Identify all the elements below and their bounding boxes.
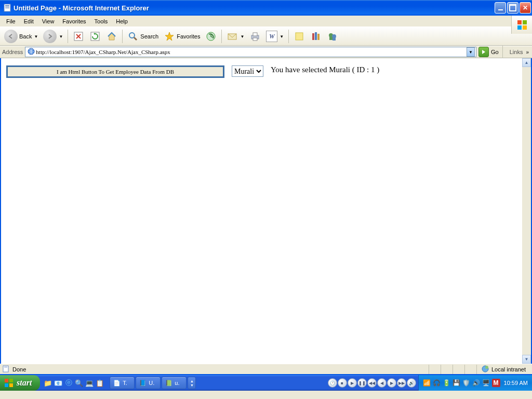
app-icon: 📘 — [139, 380, 147, 387]
svg-rect-5 — [523, 20, 527, 24]
note-icon — [294, 31, 305, 42]
back-button[interactable]: Back ▼ — [2, 29, 40, 44]
browser-viewport: I am Html Button To Get Employee Data Fr… — [0, 58, 532, 364]
quick-launch-item[interactable]: 💻 — [85, 378, 94, 388]
quick-launch-item[interactable]: 📁 — [43, 378, 52, 388]
close-button[interactable] — [520, 2, 531, 14]
home-button[interactable] — [104, 29, 119, 44]
research-button[interactable] — [308, 29, 324, 44]
tray-icon[interactable]: 📶 — [423, 379, 431, 387]
quick-launch-item[interactable]: 📧 — [54, 378, 63, 388]
svg-rect-16 — [253, 38, 257, 41]
scroll-down-button[interactable]: ▼ — [522, 355, 531, 364]
status-cell — [453, 365, 461, 374]
scroll-up-button[interactable]: ▲ — [522, 58, 531, 67]
svg-rect-19 — [315, 32, 317, 40]
quick-launch-item[interactable]: 🔍 — [74, 378, 84, 388]
page-icon — [28, 48, 35, 56]
menu-help[interactable]: Help — [112, 17, 132, 25]
address-dropdown-button[interactable]: ▼ — [467, 47, 475, 57]
svg-rect-24 — [332, 38, 336, 41]
maximize-button[interactable] — [507, 2, 518, 14]
svg-rect-4 — [517, 20, 522, 24]
get-employee-button[interactable]: I am Html Button To Get Employee Data Fr… — [6, 65, 224, 78]
media-rewind-button[interactable]: ◀ — [377, 378, 387, 388]
menu-file[interactable]: File — [2, 17, 20, 25]
svg-rect-15 — [253, 33, 257, 36]
media-prev-button[interactable]: ◀◀ — [367, 378, 377, 388]
task-overflow-button[interactable]: ▲▼ — [188, 377, 196, 389]
menu-edit[interactable]: Edit — [20, 17, 38, 25]
tray-icon[interactable]: M — [492, 379, 500, 387]
favorites-button[interactable]: Favorites — [162, 29, 202, 44]
history-icon — [205, 31, 217, 42]
svg-rect-2 — [5, 7, 9, 7]
status-cell — [441, 365, 449, 374]
chevron-down-icon: ▼ — [59, 34, 63, 39]
star-icon — [164, 31, 175, 42]
search-button[interactable]: Search — [125, 29, 161, 44]
stop-button[interactable] — [71, 29, 86, 44]
start-button[interactable]: start — [0, 375, 40, 391]
links-label[interactable]: Links — [507, 49, 524, 55]
tray-icon[interactable]: 🖥️ — [482, 379, 490, 387]
history-button[interactable] — [203, 29, 219, 44]
intranet-icon — [481, 365, 489, 374]
menu-favorites[interactable]: Favorites — [58, 17, 90, 25]
menu-tools[interactable]: Tools — [90, 17, 112, 25]
taskbar-task[interactable]: 📄 T. — [110, 377, 135, 389]
minimize-button[interactable] — [495, 2, 506, 14]
taskbar-tasks: 📄 T. 📘 U. 📗 u. ▲▼ — [108, 375, 325, 391]
tray-icon[interactable]: 🔊 — [472, 379, 481, 387]
employee-select[interactable]: Murali — [232, 65, 263, 77]
taskbar-task[interactable]: 📗 u. — [162, 377, 187, 389]
app-icon: 📄 — [113, 380, 121, 387]
task-label: U. — [149, 380, 154, 386]
media-clock-icon[interactable]: 🕐 — [328, 378, 337, 388]
media-volume-icon[interactable]: 🔊 — [407, 378, 416, 388]
start-label: start — [17, 378, 32, 388]
go-label: Go — [491, 49, 499, 55]
zone-label: Local intranet — [491, 366, 526, 373]
menu-view[interactable]: View — [38, 17, 59, 25]
taskbar-clock[interactable]: 10:59 AM — [502, 380, 528, 386]
messenger-button[interactable] — [325, 29, 340, 44]
address-input[interactable] — [36, 49, 467, 55]
tray-icon[interactable]: 🎧 — [433, 379, 441, 387]
home-icon — [106, 31, 117, 42]
messenger-icon — [327, 31, 338, 42]
quick-launch-item[interactable]: ⓔ — [64, 378, 73, 388]
separator — [68, 30, 68, 43]
search-label: Search — [140, 33, 158, 39]
separator — [221, 30, 222, 43]
refresh-button[interactable] — [87, 29, 103, 44]
media-next-button[interactable]: ▶▶ — [397, 378, 406, 388]
go-button[interactable] — [478, 47, 489, 57]
discuss-button[interactable] — [291, 29, 307, 44]
media-pause-button[interactable]: ❚❚ — [357, 378, 367, 388]
taskbar-task[interactable]: 📘 U. — [136, 377, 161, 389]
media-forward-button[interactable]: ▶ — [387, 378, 396, 388]
forward-button[interactable]: ▼ — [41, 29, 65, 44]
chevron-right-icon[interactable]: » — [526, 49, 530, 55]
svg-rect-6 — [517, 25, 522, 30]
vertical-scrollbar[interactable]: ▲ ▼ — [522, 58, 531, 364]
tray-icon[interactable]: 🔋 — [443, 379, 451, 387]
chevron-down-icon: ▼ — [280, 34, 284, 39]
svg-rect-30 — [5, 379, 8, 382]
status-text: Done — [12, 366, 26, 373]
tray-icon[interactable]: 💾 — [453, 379, 461, 387]
result-text: You have selected Murali ( ID : 1 ) — [271, 65, 379, 74]
media-stop-button[interactable]: ■ — [338, 378, 347, 388]
quick-launch-item[interactable]: 📋 — [95, 378, 104, 388]
svg-rect-3 — [5, 8, 9, 8]
go-arrow-icon — [481, 49, 487, 55]
media-play-button[interactable]: ▶ — [348, 378, 357, 388]
page-icon — [3, 4, 11, 12]
svg-rect-23 — [329, 37, 332, 40]
edit-button[interactable]: W ▼ — [264, 29, 286, 44]
mail-button[interactable]: ▼ — [224, 29, 246, 44]
tray-icon[interactable]: 🛡️ — [462, 379, 471, 387]
print-button[interactable] — [247, 29, 263, 44]
window-title: Untitled Page - Microsoft Internet Explo… — [14, 4, 495, 12]
